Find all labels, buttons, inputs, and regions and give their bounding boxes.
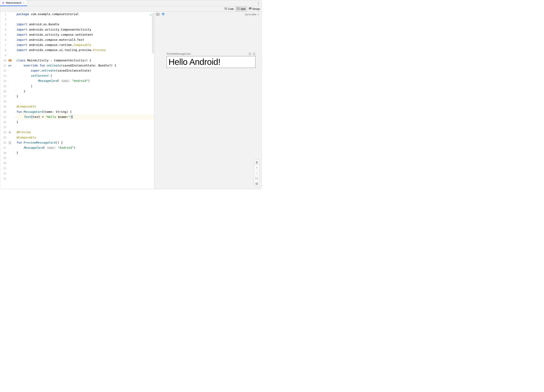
view-mode-split[interactable]: Split xyxy=(235,6,247,12)
svg-point-11 xyxy=(249,53,250,54)
preview-animation-icon[interactable] xyxy=(248,52,251,55)
code-line[interactable]: } xyxy=(17,89,154,94)
code-line[interactable]: } xyxy=(17,94,154,99)
line-number: 13 xyxy=(0,73,6,78)
svg-rect-12 xyxy=(254,53,255,55)
code-line[interactable] xyxy=(17,53,154,58)
code-line[interactable]: fun MessageCard(name: String) { xyxy=(17,109,154,114)
code-line[interactable]: } xyxy=(17,84,154,89)
code-line[interactable] xyxy=(17,171,154,176)
code-line[interactable]: } xyxy=(17,150,154,155)
code-line[interactable] xyxy=(17,155,154,160)
code-line[interactable]: super.onCreate(savedInstanceState) xyxy=(17,68,154,73)
list-lines-icon xyxy=(224,7,227,11)
line-number: 7 xyxy=(0,42,6,48)
code-line[interactable]: import androidx.compose.material3.Text xyxy=(17,37,154,42)
preview-rendered-card[interactable]: Hello Android! xyxy=(167,56,255,68)
code-line[interactable] xyxy=(17,125,154,130)
svg-rect-1 xyxy=(237,7,238,10)
gutter-override-up-icon[interactable] xyxy=(8,63,14,68)
svg-point-7 xyxy=(9,132,10,133)
line-number: 24 xyxy=(0,130,6,135)
code-line[interactable]: import androidx.activity.compose.setCont… xyxy=(17,32,154,37)
code-editor-pane: 1234567891011121314151617181920212223242… xyxy=(0,12,154,189)
code-line[interactable]: @Composable xyxy=(17,135,154,140)
line-number: 33 xyxy=(0,176,6,181)
code-line[interactable]: @Preview xyxy=(17,130,154,135)
preview-surface-icon[interactable] xyxy=(156,12,160,16)
svg-rect-10 xyxy=(249,53,251,55)
code-line[interactable] xyxy=(17,160,154,166)
gutter-preview-device-icon[interactable] xyxy=(8,140,14,145)
code-line[interactable] xyxy=(17,17,154,22)
line-number-gutter: 1234567891011121314151617181920212223242… xyxy=(0,12,8,189)
inspection-ok-icon[interactable]: ✓ xyxy=(150,13,152,17)
svg-point-6 xyxy=(9,65,10,66)
line-number: 22 xyxy=(0,119,6,125)
design-view-icon xyxy=(249,7,252,11)
code-line[interactable]: override fun onCreate(savedInstanceState… xyxy=(17,63,154,68)
file-tab-label: MainActivity.kt xyxy=(6,1,21,4)
close-tab-icon[interactable]: × xyxy=(23,2,25,4)
code-line[interactable]: Text(text = "Hello $name!") xyxy=(17,114,154,119)
code-line[interactable]: import androidx.activity.ComponentActivi… xyxy=(17,27,154,32)
check-icon: ✓ xyxy=(257,13,260,16)
editor-scrollbar-thumb[interactable] xyxy=(152,13,154,54)
zoom-pan-button[interactable] xyxy=(254,160,259,165)
line-number: 17 xyxy=(0,94,6,99)
line-number: 1 xyxy=(0,12,6,17)
code-line[interactable] xyxy=(17,99,154,104)
preview-deploy-icon[interactable] xyxy=(253,52,255,55)
split-view-icon xyxy=(237,7,240,11)
svg-rect-4 xyxy=(8,59,10,61)
view-mode-code[interactable]: Code xyxy=(223,6,236,12)
zoom-fit-button[interactable] xyxy=(254,181,259,186)
code-line[interactable]: package com.example.composetutorial xyxy=(17,12,154,17)
editor-more-menu-icon[interactable]: ⋮ xyxy=(255,0,262,6)
code-line[interactable] xyxy=(17,176,154,181)
code-line[interactable]: import android.os.Bundle xyxy=(17,22,154,27)
line-number: 15 xyxy=(0,84,6,89)
preview-composable-header: PreviewMessageCard xyxy=(167,52,255,55)
code-line[interactable]: MessageCard( name: "Android") xyxy=(17,145,154,150)
code-line[interactable]: import androidx.compose.runtime.Composab… xyxy=(17,42,154,48)
code-line[interactable]: @Composable xyxy=(17,104,154,109)
line-number: 9 xyxy=(0,53,6,58)
zoom-in-button[interactable]: + xyxy=(254,165,259,171)
line-number: 18 xyxy=(0,99,6,104)
line-number: 29 xyxy=(0,155,6,160)
file-tab-main-activity[interactable]: MainActivity.kt × xyxy=(0,0,27,6)
view-mode-design[interactable]: Design xyxy=(247,6,262,12)
line-number: 10 xyxy=(0,58,6,63)
code-line[interactable]: } xyxy=(17,119,154,125)
zoom-reset-button[interactable]: 1:1 xyxy=(254,176,259,181)
line-number: 2 xyxy=(0,17,6,22)
svg-rect-8 xyxy=(9,142,10,144)
preview-layers-icon[interactable] xyxy=(161,12,165,16)
line-number: 28 xyxy=(0,150,6,155)
code-editor[interactable]: ✓ package com.example.composetutorial im… xyxy=(15,12,154,189)
code-line[interactable]: setContent { xyxy=(17,73,154,78)
code-line[interactable]: fun PreviewMessageCard() { xyxy=(17,140,154,145)
line-number: 25 xyxy=(0,135,6,140)
zoom-out-button[interactable]: − xyxy=(254,171,259,176)
code-line[interactable]: MessageCard( name: "Android") xyxy=(17,78,154,83)
line-number: 32 xyxy=(0,171,6,176)
code-line[interactable] xyxy=(17,166,154,171)
gutter-class-run-icon[interactable] xyxy=(8,58,14,63)
preview-rendered-text: Hello Android! xyxy=(168,57,220,67)
svg-rect-9 xyxy=(156,13,159,15)
code-line[interactable]: import androidx.compose.ui.tooling.previ… xyxy=(17,48,154,53)
line-number: 8 xyxy=(0,48,6,53)
gutter-gear-icon[interactable] xyxy=(8,130,14,135)
line-number: 14 xyxy=(0,78,6,83)
line-number: 6 xyxy=(0,37,6,42)
design-view-mode-bar: Code Split Design xyxy=(0,6,262,12)
line-number: 20 xyxy=(0,109,6,114)
line-number: 4 xyxy=(0,27,6,32)
code-line[interactable]: class MainActivity : ComponentActivity()… xyxy=(17,58,154,63)
preview-content-area: PreviewMessageCard Hello Android! xyxy=(167,52,255,68)
svg-rect-13 xyxy=(256,183,258,185)
line-number: 23 xyxy=(0,125,6,130)
preview-composable-name: PreviewMessageCard xyxy=(167,52,190,55)
